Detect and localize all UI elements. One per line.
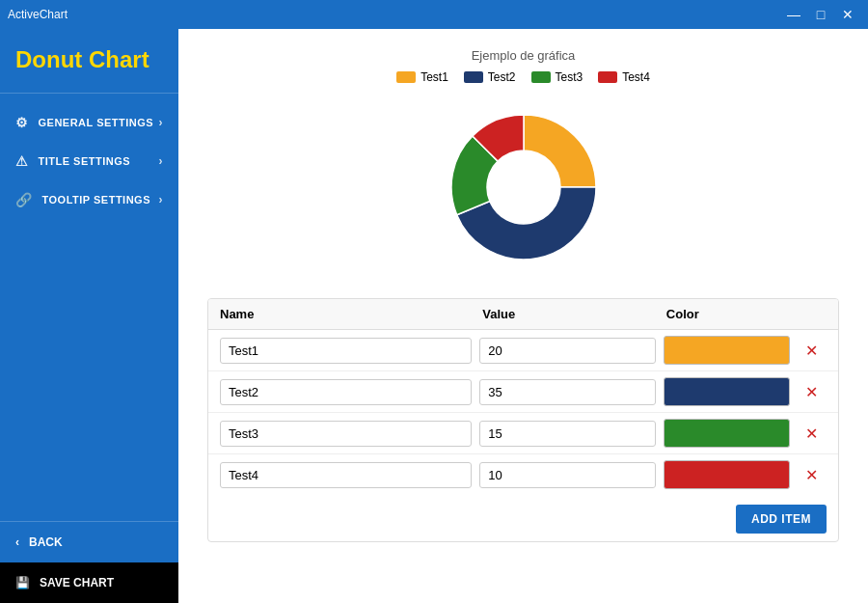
chart-title: Ejemplo de gráfica bbox=[472, 48, 576, 63]
donut-segment-test1 bbox=[524, 115, 596, 187]
sidebar-item-tooltip-label: TOOLTIP SETTINGS bbox=[42, 194, 151, 206]
value-input[interactable] bbox=[479, 379, 656, 405]
delete-button[interactable]: ✕ bbox=[798, 342, 827, 360]
value-input[interactable] bbox=[479, 338, 656, 364]
sidebar-title: Donut Chart bbox=[0, 29, 178, 94]
table-row: ✕ bbox=[208, 413, 838, 454]
table-row: ✕ bbox=[208, 454, 838, 495]
sidebar-bottom: ‹ BACK 💾 SAVE CHART bbox=[0, 521, 178, 603]
sidebar-item-title-label: TITLE SETTINGS bbox=[39, 155, 131, 167]
name-input[interactable] bbox=[220, 379, 472, 405]
legend-color bbox=[598, 71, 617, 83]
name-input[interactable] bbox=[220, 421, 472, 447]
color-swatch[interactable] bbox=[664, 460, 790, 489]
minimize-button[interactable]: — bbox=[781, 3, 806, 26]
table-header: Name Value Color bbox=[208, 299, 838, 330]
name-input[interactable] bbox=[220, 462, 472, 488]
data-table: Name Value Color ✕ ✕ ✕ ✕ bbox=[207, 298, 839, 542]
title-bar: ActiveChart — □ ✕ bbox=[0, 0, 868, 29]
value-input[interactable] bbox=[479, 421, 656, 447]
save-chart-button[interactable]: 💾 SAVE CHART bbox=[0, 562, 178, 603]
sidebar: Donut Chart ⚙ GENERAL SETTINGS › ⚠ TITLE… bbox=[0, 29, 178, 603]
name-input[interactable] bbox=[220, 338, 472, 364]
title-bar-left: ActiveChart bbox=[8, 8, 68, 21]
donut-chart bbox=[432, 96, 615, 279]
table-row: ✕ bbox=[208, 330, 838, 371]
legend-label: Test1 bbox=[420, 70, 448, 84]
delete-button[interactable]: ✕ bbox=[798, 425, 827, 443]
app-name: ActiveChart bbox=[8, 8, 68, 21]
link-icon: 🔗 bbox=[15, 192, 33, 207]
warning-icon: ⚠ bbox=[15, 153, 29, 169]
chevron-right-icon: › bbox=[159, 116, 164, 129]
sidebar-item-tooltip[interactable]: 🔗 TOOLTIP SETTINGS › bbox=[0, 180, 178, 219]
legend-color bbox=[531, 71, 551, 83]
table-row: ✕ bbox=[208, 371, 838, 413]
chevron-right-icon-2: › bbox=[159, 154, 164, 168]
delete-button[interactable]: ✕ bbox=[798, 383, 827, 401]
sidebar-title-main: Donut bbox=[15, 46, 82, 72]
save-label: SAVE CHART bbox=[40, 576, 114, 589]
app-body: Donut Chart ⚙ GENERAL SETTINGS › ⚠ TITLE… bbox=[0, 29, 868, 603]
gear-icon: ⚙ bbox=[15, 115, 29, 130]
chart-legend: Test1Test2Test3Test4 bbox=[396, 70, 650, 84]
back-button[interactable]: ‹ BACK bbox=[0, 522, 178, 562]
legend-item-test3: Test3 bbox=[531, 70, 583, 84]
legend-item-test4: Test4 bbox=[598, 70, 650, 84]
maximize-button[interactable]: □ bbox=[808, 3, 833, 26]
color-swatch[interactable] bbox=[664, 419, 790, 448]
col-value: Value bbox=[482, 307, 666, 321]
delete-button[interactable]: ✕ bbox=[798, 466, 827, 484]
sidebar-nav: ⚙ GENERAL SETTINGS › ⚠ TITLE SETTINGS › … bbox=[0, 94, 178, 521]
legend-color bbox=[396, 71, 416, 83]
save-icon: 💾 bbox=[15, 576, 30, 589]
sidebar-item-general-label: GENERAL SETTINGS bbox=[39, 117, 154, 128]
back-icon: ‹ bbox=[15, 535, 19, 549]
title-bar-controls: — □ ✕ bbox=[781, 3, 860, 26]
col-name: Name bbox=[220, 307, 482, 321]
close-button[interactable]: ✕ bbox=[835, 3, 860, 26]
sidebar-item-general[interactable]: ⚙ GENERAL SETTINGS › bbox=[0, 103, 178, 142]
sidebar-title-highlight: Chart bbox=[82, 46, 149, 72]
legend-item-test2: Test2 bbox=[464, 70, 516, 84]
value-input[interactable] bbox=[479, 462, 656, 488]
legend-color bbox=[464, 71, 483, 83]
back-label: BACK bbox=[29, 535, 63, 549]
chevron-right-icon-3: › bbox=[159, 193, 164, 206]
main-content: Ejemplo de gráfica Test1Test2Test3Test4 … bbox=[178, 29, 868, 603]
add-item-row: ADD ITEM bbox=[208, 495, 838, 541]
legend-label: Test3 bbox=[556, 70, 583, 84]
sidebar-item-title[interactable]: ⚠ TITLE SETTINGS › bbox=[0, 142, 178, 180]
legend-label: Test4 bbox=[622, 70, 650, 84]
table-rows: ✕ ✕ ✕ ✕ bbox=[208, 330, 838, 495]
legend-item-test1: Test1 bbox=[396, 70, 448, 84]
legend-label: Test2 bbox=[488, 70, 516, 84]
col-color: Color bbox=[666, 307, 798, 321]
chart-area: Ejemplo de gráfica Test1Test2Test3Test4 bbox=[207, 48, 839, 279]
color-swatch[interactable] bbox=[664, 377, 790, 406]
add-item-button[interactable]: ADD ITEM bbox=[736, 505, 827, 534]
color-swatch[interactable] bbox=[664, 336, 790, 365]
